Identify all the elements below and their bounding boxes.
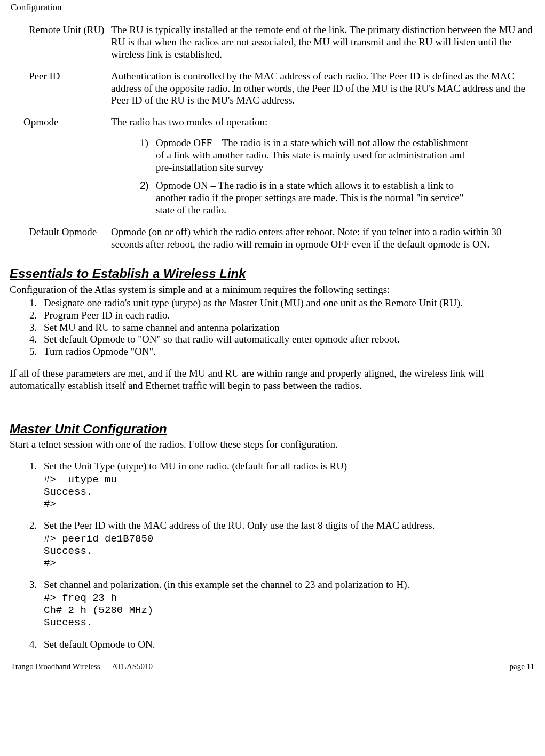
step-text: Set the Peer ID with the MAC address of … — [44, 520, 435, 531]
footer-left: Trango Broadband Wireless — ATLAS5010 — [11, 662, 153, 671]
def-default-opmode: Default Opmode Opmode (on or off) which … — [10, 226, 535, 251]
list-text: Opmode ON – The radio is in a state whic… — [156, 180, 469, 216]
def-text: Opmode (on or off) which the radio enter… — [111, 226, 535, 251]
list-item: Set MU and RU to same channel and antenn… — [40, 322, 535, 334]
code-block: #> peerid de1B7850 Success. #> — [44, 533, 535, 569]
list-item: Set channel and polarization. (in this e… — [40, 579, 535, 628]
def-opmode: Opmode The radio has two modes of operat… — [10, 116, 535, 223]
master-steps: Set the Unit Type (utype) to MU in one r… — [10, 460, 535, 650]
footer-right: page 11 — [509, 662, 534, 671]
list-number: 2) — [140, 180, 156, 216]
list-text: Opmode OFF – The radio is in a state whi… — [156, 137, 469, 173]
list-item: Program Peer ID in each radio. — [40, 309, 535, 322]
step-text: Set default Opmode to ON. — [44, 639, 155, 650]
list-item: Set the Peer ID with the MAC address of … — [40, 520, 535, 569]
list-item: Turn radios Opmode "ON". — [40, 346, 535, 358]
master-intro: Start a telnet session with one of the r… — [10, 439, 535, 451]
page: Configuration Remote Unit (RU) The RU is… — [0, 0, 545, 675]
code-block: #> utype mu Success. #> — [44, 474, 535, 510]
heading-master: Master Unit Configuration — [10, 421, 535, 437]
def-label: Default Opmode — [10, 226, 111, 251]
list-number: 1) — [140, 137, 156, 173]
list-item: Set default Opmode to "ON" so that radio… — [40, 333, 535, 346]
opmode-list: 1) Opmode OFF – The radio is in a state … — [111, 137, 533, 217]
list-item: Set default Opmode to ON. — [40, 639, 535, 651]
page-footer: Trango Broadband Wireless — ATLAS5010 pa… — [10, 662, 535, 675]
page-header: Configuration — [10, 0, 535, 13]
list-item: Designate one radio's unit type (utype) … — [40, 297, 535, 309]
divider-bottom — [10, 660, 535, 660]
essentials-list: Designate one radio's unit type (utype) … — [10, 297, 535, 358]
step-text: Set channel and polarization. (in this e… — [44, 579, 409, 590]
list-item: 1) Opmode OFF – The radio is in a state … — [140, 137, 533, 173]
def-remote-unit: Remote Unit (RU) The RU is typically ins… — [10, 24, 535, 60]
def-peer-id: Peer ID Authentication is controlled by … — [10, 70, 535, 107]
code-block: #> freq 23 h Ch# 2 h (5280 MHz) Success. — [44, 592, 535, 628]
essentials-outro: If all of these parameters are met, and … — [10, 368, 535, 392]
def-label: Peer ID — [10, 70, 111, 107]
def-text: The RU is typically installed at the rem… — [111, 24, 535, 60]
essentials-intro: Configuration of the Atlas system is sim… — [10, 284, 535, 296]
def-label: Opmode — [10, 116, 111, 223]
step-text: Set the Unit Type (utype) to MU in one r… — [44, 460, 347, 472]
list-item: Set the Unit Type (utype) to MU in one r… — [40, 460, 535, 510]
def-text: Authentication is controlled by the MAC … — [111, 70, 535, 107]
def-label: Remote Unit (RU) — [10, 24, 111, 60]
opmode-intro: The radio has two modes of operation: — [111, 116, 267, 128]
heading-essentials: Essentials to Establish a Wireless Link — [10, 266, 535, 282]
divider-top — [10, 14, 535, 14]
def-text: The radio has two modes of operation: 1)… — [111, 116, 535, 223]
list-item: 2) Opmode ON – The radio is in a state w… — [140, 180, 533, 216]
